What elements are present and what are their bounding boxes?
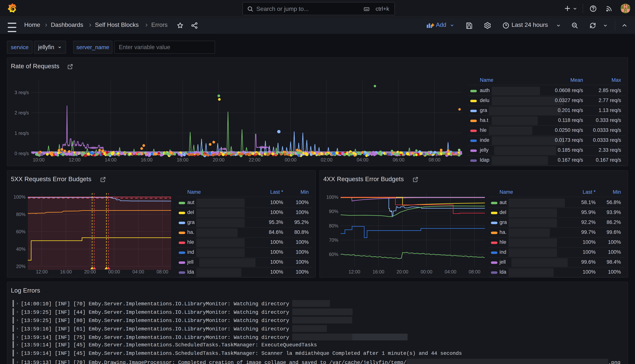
svg-text:08:00: 08:00 bbox=[468, 269, 480, 274]
svg-text:60%: 60% bbox=[16, 229, 26, 234]
svg-text:3 req/s: 3 req/s bbox=[15, 90, 29, 95]
svg-text:0 req/s: 0 req/s bbox=[15, 151, 29, 156]
svg-text:08:00: 08:00 bbox=[157, 269, 168, 274]
svg-text:80%: 80% bbox=[329, 223, 338, 228]
svg-text:08:00: 08:00 bbox=[429, 157, 441, 162]
svg-text:60%: 60% bbox=[329, 252, 338, 257]
svg-text:02:00: 02:00 bbox=[321, 157, 333, 162]
svg-text:04:00: 04:00 bbox=[133, 269, 144, 274]
svg-text:20:00: 20:00 bbox=[396, 269, 408, 274]
svg-text:1 req/s: 1 req/s bbox=[15, 130, 29, 136]
svg-text:2 req/s: 2 req/s bbox=[15, 110, 29, 115]
svg-text:04:00: 04:00 bbox=[444, 269, 456, 274]
svg-text:90%: 90% bbox=[329, 209, 338, 214]
svg-text:12:00: 12:00 bbox=[36, 269, 48, 274]
svg-text:14:00: 14:00 bbox=[105, 157, 117, 162]
svg-text:40%: 40% bbox=[16, 246, 26, 252]
svg-text:12:00: 12:00 bbox=[348, 269, 360, 274]
svg-text:04:00: 04:00 bbox=[357, 157, 369, 162]
svg-text:16:00: 16:00 bbox=[372, 269, 384, 274]
svg-text:70%: 70% bbox=[329, 238, 338, 243]
svg-text:16:00: 16:00 bbox=[141, 157, 153, 162]
svg-text:100%: 100% bbox=[326, 194, 338, 200]
svg-text:10:00: 10:00 bbox=[33, 157, 45, 162]
svg-text:100%: 100% bbox=[14, 194, 26, 200]
svg-text:18:00: 18:00 bbox=[177, 157, 189, 162]
svg-text:20:00: 20:00 bbox=[84, 269, 96, 274]
svg-text:12:00: 12:00 bbox=[69, 157, 81, 162]
svg-text:20:00: 20:00 bbox=[213, 157, 225, 162]
svg-text:00:00: 00:00 bbox=[108, 269, 120, 274]
svg-text:00:00: 00:00 bbox=[420, 269, 432, 274]
svg-text:06:00: 06:00 bbox=[393, 157, 405, 162]
svg-text:00:00: 00:00 bbox=[285, 157, 296, 162]
svg-text:16:00: 16:00 bbox=[60, 269, 72, 274]
svg-text:22:00: 22:00 bbox=[249, 157, 261, 162]
svg-text:80%: 80% bbox=[16, 212, 26, 217]
svg-text:20%: 20% bbox=[16, 264, 26, 269]
